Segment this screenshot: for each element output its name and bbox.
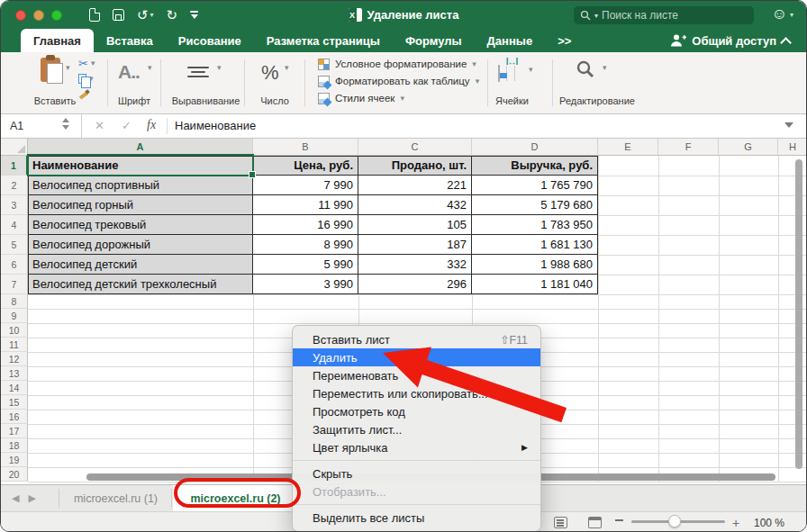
name-box[interactable]: A1 [1,114,82,138]
cell-B6[interactable]: 5 990 [253,255,358,275]
cell-D5[interactable]: 1 681 130 [472,235,598,255]
row-header-16[interactable]: 16 [1,410,28,424]
cancel-icon[interactable]: ✕ [95,119,104,132]
ribbon-tab-1[interactable]: Главная [21,29,94,52]
row-header-18[interactable]: 18 [1,438,28,453]
column-header-D[interactable]: D [472,139,598,156]
cell-C4[interactable]: 105 [358,215,472,235]
column-header-C[interactable]: C [358,139,472,156]
ribbon-tab-5[interactable]: Формулы [393,29,475,52]
insert-function-icon[interactable]: fx [147,118,156,132]
row-header-17[interactable]: 17 [1,424,28,438]
zoom-level[interactable]: 100 % [754,517,784,529]
cell-D2[interactable]: 1 765 790 [472,176,598,195]
cell-C6[interactable]: 332 [358,255,472,275]
minimize-button[interactable] [33,10,44,21]
menu-item-4[interactable]: Переместить или скопировать... [293,384,540,402]
collapse-ribbon-icon[interactable] [780,37,792,49]
menu-item-7[interactable]: Цвет ярлычка▶ [293,438,540,456]
cell-A1[interactable]: Наименование [28,156,253,176]
cell-B3[interactable]: 11 990 [253,195,358,215]
row-header-15[interactable]: 15 [1,395,28,410]
menu-item-5[interactable]: Просмотреть код [293,402,540,420]
conditional-formatting-button[interactable]: Условное форматирование▾ [318,58,479,70]
next-sheet-icon[interactable]: ▶ [28,492,44,503]
search-scope-dropdown-icon[interactable]: ▾ [594,12,598,20]
cell-B1[interactable]: Цена, руб. [253,156,358,176]
feedback-button[interactable]: ☺ ▾ [772,5,793,23]
cell-B4[interactable]: 16 990 [253,215,358,235]
column-header-E[interactable]: E [598,139,658,156]
format-as-table-button[interactable]: Форматировать как таблицу▾ [318,75,479,87]
cell-D1[interactable]: Выручка, руб. [472,156,598,176]
vertical-scrollbar[interactable] [795,159,802,469]
cell-A6[interactable]: Велосипед детский [28,255,253,275]
row-header-14[interactable]: 14 [1,381,28,395]
copy-button[interactable]: ▾ [78,72,95,85]
row-header-1[interactable]: 1 [1,156,28,176]
cell-D6[interactable]: 1 988 680 [472,255,598,275]
cut-button[interactable]: ✂▾ [78,57,95,69]
row-header-13[interactable]: 13 [1,366,28,381]
column-header-H[interactable]: H [778,139,807,156]
row-header-9[interactable]: 9 [1,309,28,323]
cell-A7[interactable]: Велосипед детский трехколесный [28,275,253,294]
ribbon-tab-2[interactable]: Вставка [94,29,166,52]
cell-styles-button[interactable]: Стили ячеек▾ [318,92,479,104]
new-document-button[interactable] [89,8,100,22]
close-button[interactable] [15,10,26,21]
cell-C1[interactable]: Продано, шт. [358,156,472,176]
cell-C2[interactable]: 221 [358,176,472,195]
column-header-F[interactable]: F [658,139,719,156]
sheet-tab-2[interactable]: microexcel.ru (2) [173,485,298,511]
row-header-6[interactable]: 6 [1,255,28,275]
zoom-out-icon[interactable] [615,519,623,521]
undo-dropdown-icon[interactable]: ▾ [150,12,154,19]
cell-D7[interactable]: 1 181 040 [472,275,598,294]
normal-view-icon[interactable] [554,517,567,528]
cell-A3[interactable]: Велосипед горный [28,195,253,215]
undo-button[interactable]: ↺▾ [137,8,154,22]
menu-item-1[interactable]: Вставить лист⇧F11 [293,330,540,348]
page-layout-view-icon[interactable] [588,517,602,528]
zoom-in-icon[interactable]: + [732,516,739,530]
cell-B2[interactable]: 7 990 [253,176,358,195]
expand-formula-bar-icon[interactable] [784,122,793,128]
cell-C5[interactable]: 187 [358,235,472,255]
row-header-20[interactable]: 20 [1,467,28,482]
format-painter-button[interactable] [78,87,95,100]
cell-B7[interactable]: 3 990 [253,275,358,294]
ribbon-tab-4[interactable]: Разметка страницы [254,29,393,52]
cell-D4[interactable]: 1 783 950 [472,215,598,235]
menu-item-9[interactable]: Скрыть [293,464,540,482]
share-button[interactable]: Общий доступ [670,29,790,52]
formula-input[interactable]: Наименование [175,119,256,132]
row-header-2[interactable]: 2 [1,176,28,195]
ribbon-tab-6[interactable]: Данные [475,29,546,52]
menu-item-2[interactable]: Удалить [293,348,540,366]
sheet-tab-1[interactable]: microexcel.ru (1) [60,485,171,511]
row-header-11[interactable]: 11 [1,338,28,352]
enter-icon[interactable]: ✓ [122,119,131,132]
menu-item-3[interactable]: Переименовать [293,366,540,384]
row-header-19[interactable]: 19 [1,453,28,467]
row-header-7[interactable]: 7 [1,275,28,294]
menu-item-6[interactable]: Защитить лист... [293,420,540,438]
row-header-5[interactable]: 5 [1,235,28,255]
zoom-button[interactable] [51,10,62,21]
row-header-3[interactable]: 3 [1,195,28,215]
ribbon-tab-7[interactable]: >> [545,29,584,52]
zoom-slider-knob[interactable] [668,515,681,527]
toolbar-options-button[interactable] [190,11,198,19]
row-header-10[interactable]: 10 [1,323,28,338]
cell-A5[interactable]: Велосипед дорожный [28,235,253,255]
column-header-B[interactable]: B [253,139,358,156]
ribbon-tab-3[interactable]: Рисование [166,29,254,52]
cell-C7[interactable]: 296 [358,275,472,294]
cell-B5[interactable]: 8 990 [253,235,358,255]
column-header-A[interactable]: A [28,139,253,156]
select-all-corner[interactable] [1,139,28,156]
menu-item-12[interactable]: Выделить все листы [293,509,540,527]
redo-button[interactable]: ↻ [167,8,178,22]
cell-C3[interactable]: 432 [358,195,472,215]
